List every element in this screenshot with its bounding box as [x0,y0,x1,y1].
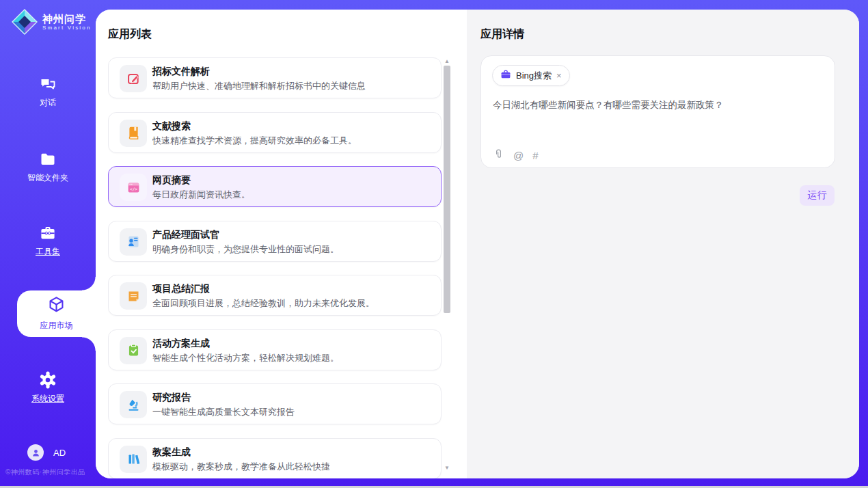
app-logo: 神州问学 Smart Vision [11,8,92,36]
paperclip-icon[interactable] [493,148,504,163]
sidebar: 神州问学 Smart Vision 对话 智能文件夹 工具集 应用市场 系统设置… [0,0,96,488]
sidebar-item-toolset[interactable]: 工具集 [0,224,96,258]
svg-text:</>: </> [129,186,137,191]
app-card[interactable]: 活动方案生成 智能生成个性化活动方案，轻松解决规划难题。 [108,329,442,370]
app-card-title: 活动方案生成 [152,338,210,350]
sidebar-item-label: 智能文件夹 [27,172,68,184]
app-card[interactable]: </> 网页摘要 每日政府新闻资讯快查。 [108,166,442,207]
at-icon[interactable]: @ [513,150,524,162]
briefcase-icon [500,69,511,83]
hash-icon[interactable]: # [532,150,538,162]
user-account[interactable]: AD [27,444,66,461]
clipboard-check-icon [120,337,147,364]
app-card-title: 教案生成 [152,446,191,459]
composer-card: Bing搜索 × 今日湖北有哪些新闻要点？有哪些需要关注的最新政策？ @# [480,55,835,168]
composer-toolbar: @# [493,148,539,163]
sidebar-item-label: 工具集 [36,246,60,258]
avatar [27,444,44,461]
app-card-title: 招标文件解析 [152,66,210,78]
copyright-footer: ©神州数码·神州问学出品 [5,467,96,477]
query-input[interactable]: 今日湖北有哪些新闻要点？有哪些需要关注的最新政策？ [493,98,824,112]
app-card-list: 招标文件解析 帮助用户快速、准确地理解和解析招标书中的关键信息 文献搜索 快速精… [108,57,442,478]
app-card[interactable]: 产品经理面试官 明确身份和职责，为您提供专业性的面试问题。 [108,221,442,262]
app-list-title: 应用列表 [108,27,152,42]
app-card-description: 帮助用户快速、准确地理解和解析招标书中的关键信息 [152,80,433,92]
sidebar-item-label: 应用市场 [40,320,73,331]
chat-icon [39,75,57,93]
app-card-title: 研究报告 [152,392,191,404]
scroll-down-icon[interactable]: ▼ [443,464,451,472]
sidebar-item-smart-folders[interactable]: 智能文件夹 [0,150,96,184]
app-card[interactable]: 项目总结汇报 全面回顾项目进展，总结经验教训，助力未来优化发展。 [108,275,442,316]
sidebar-item-settings[interactable]: 系统设置 [0,371,96,405]
tool-chip-bing-search[interactable]: Bing搜索 × [492,65,570,86]
app-card-title: 项目总结汇报 [152,283,210,295]
sidebar-item-label: 系统设置 [31,393,64,405]
edit-note-icon [120,65,147,92]
sidebar-item-label: 对话 [40,97,56,109]
web-code-icon: </> [120,174,147,201]
app-detail-title: 应用详情 [480,27,524,42]
tool-chip-label: Bing搜索 [516,70,552,82]
microscope-icon [120,391,147,418]
logo-subtitle: Smart Vision [42,25,92,31]
book-icon [120,120,147,147]
sidebar-item-chat[interactable]: 对话 [0,75,96,109]
app-card-description: 快速精准查找学术资源，提高研究效率的必备工具。 [152,135,433,147]
interviewer-icon [120,228,147,256]
app-detail-pane: 应用详情 Bing搜索 × 今日湖北有哪些新闻要点？有哪些需要关注的最新政策？ … [467,10,859,478]
app-card-description: 模板驱动，教案秒成，教学准备从此轻松快捷 [152,461,433,473]
scrollbar-thumb[interactable] [444,66,450,313]
app-card-title: 产品经理面试官 [152,229,219,241]
app-card-description: 明确身份和职责，为您提供专业性的面试问题。 [152,243,433,256]
app-card[interactable]: 研究报告 一键智能生成高质量长文本研究报告 [108,383,442,424]
app-card-description: 每日政府新闻资讯快查。 [152,189,433,201]
app-card[interactable]: 文献搜索 快速精准查找学术资源，提高研究效率的必备工具。 [108,112,442,153]
app-card[interactable]: 教案生成 模板驱动，教案秒成，教学准备从此轻松快捷 [108,438,442,479]
app-card-title: 网页摘要 [152,174,191,187]
toolbox-icon [39,224,57,242]
app-card-description: 智能生成个性化活动方案，轻松解决规划难题。 [152,352,433,364]
chip-close-icon[interactable]: × [556,71,562,80]
folder-icon [39,150,57,168]
scroll-up-icon[interactable]: ▲ [443,57,451,65]
logo-title: 神州问学 [42,13,92,25]
app-list-pane: 应用列表 招标文件解析 帮助用户快速、准确地理解和解析招标书中的关键信息 文献搜… [96,10,467,478]
app-card[interactable]: 招标文件解析 帮助用户快速、准确地理解和解析招标书中的关键信息 [108,57,442,98]
memo-icon [120,282,147,310]
sidebar-item-app-market[interactable]: 应用市场 [17,290,96,337]
run-button[interactable]: 运行 [800,185,835,206]
cube-icon [47,295,66,316]
app-card-description: 一键智能生成高质量长文本研究报告 [152,406,433,418]
app-list-scrollbar[interactable]: ▲ ▼ [443,57,451,472]
app-card-title: 文献搜索 [152,120,191,133]
gem-logo-icon [11,8,38,36]
gear-icon [39,371,57,389]
user-initials: AD [53,448,66,458]
app-card-description: 全面回顾项目进展，总结经验教训，助力未来优化发展。 [152,297,433,310]
books-icon [120,446,147,473]
content-panel: 应用列表 招标文件解析 帮助用户快速、准确地理解和解析招标书中的关键信息 文献搜… [96,10,859,478]
